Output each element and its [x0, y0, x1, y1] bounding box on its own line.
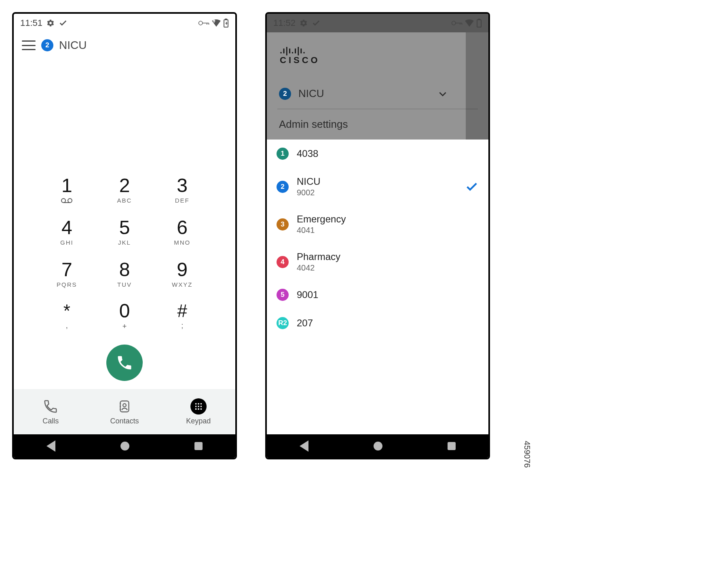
- voicemail-icon: [61, 198, 72, 203]
- line-item[interactable]: 2NICU9002: [267, 168, 488, 205]
- line-text: 9001: [297, 289, 318, 300]
- line-badge: 2: [279, 88, 291, 100]
- key-2[interactable]: 2 ABC: [100, 171, 150, 208]
- drawer-admin-settings[interactable]: Admin settings: [277, 109, 478, 140]
- keypad: 1 2 ABC 3 DEF 4 GHI 5 JKL 6: [14, 171, 235, 334]
- line-badge: R2: [277, 317, 289, 329]
- tab-contacts[interactable]: Contacts: [88, 389, 162, 434]
- cisco-logo-bars: .ı|ı.ı|ı.: [280, 46, 478, 55]
- chevron-down-icon: [437, 89, 448, 99]
- line-badge: 2: [277, 181, 289, 193]
- key-7[interactable]: 7 PQRS: [42, 256, 92, 292]
- key-7-letters: PQRS: [57, 281, 77, 288]
- svg-rect-18: [478, 19, 480, 20]
- vpn-key-icon: [198, 19, 209, 27]
- nav-back-icon[interactable]: [300, 440, 308, 452]
- wifi-icon: [212, 19, 221, 27]
- key-0-digit: 0: [119, 301, 130, 321]
- bottom-tab-bar: Calls Contacts Keypad: [14, 389, 235, 434]
- phone-icon: [116, 354, 133, 372]
- key-3[interactable]: 3 DEF: [157, 171, 207, 208]
- key-star[interactable]: * ,: [42, 298, 92, 334]
- line-badge: 3: [277, 218, 289, 231]
- line-extension: 4042: [297, 263, 340, 273]
- key-1[interactable]: 1: [42, 171, 92, 208]
- line-name: 207: [297, 317, 313, 329]
- svg-point-13: [195, 408, 196, 410]
- line-label: NICU: [59, 39, 87, 52]
- key-5-letters: JKL: [118, 239, 131, 246]
- key-6[interactable]: 6 MNO: [157, 214, 207, 250]
- key-star-sym: *: [63, 302, 70, 320]
- svg-point-9: [200, 403, 202, 404]
- svg-rect-17: [477, 20, 481, 27]
- line-item[interactable]: 4Pharmacy4042: [267, 243, 488, 281]
- key-9[interactable]: 9 WXYZ: [157, 256, 207, 292]
- key-3-letters: DEF: [175, 197, 190, 204]
- key-0[interactable]: 0 +: [100, 298, 150, 334]
- svg-point-15: [200, 408, 202, 410]
- line-text: NICU9002: [297, 176, 321, 197]
- line-item[interactable]: 3Emergency4041: [267, 205, 488, 243]
- key-6-digit: 6: [177, 218, 188, 237]
- call-button[interactable]: [106, 345, 143, 381]
- cisco-logo: .ı|ı.ı|ı. CISCO: [280, 46, 478, 65]
- nav-home-icon[interactable]: [120, 442, 129, 451]
- selected-check-icon: [465, 180, 479, 194]
- line-extension: 9002: [297, 188, 321, 197]
- phone-screen-line-selector: 11:52 .ı|ı.ı|ı. CIS: [265, 12, 490, 459]
- calls-icon: [43, 398, 58, 415]
- status-time: 11:51: [20, 18, 42, 28]
- tab-calls-label: Calls: [42, 417, 59, 425]
- key-4-digit: 4: [61, 218, 72, 237]
- line-text: Pharmacy4042: [297, 251, 340, 273]
- status-bar: 11:52: [267, 14, 488, 32]
- line-extension: 4041: [297, 226, 346, 235]
- key-8-digit: 8: [119, 260, 130, 279]
- android-nav-bar: [267, 434, 488, 458]
- svg-point-16: [452, 21, 456, 25]
- line-name: Emergency: [297, 214, 346, 225]
- line-name: 4038: [297, 148, 318, 159]
- key-8-letters: TUV: [117, 281, 132, 288]
- check-icon: [59, 19, 68, 27]
- line-item[interactable]: 59001: [267, 281, 488, 309]
- nav-recent-icon[interactable]: [448, 442, 456, 450]
- tab-calls[interactable]: Calls: [14, 389, 88, 434]
- key-star-sub: ,: [66, 321, 68, 330]
- android-nav-bar: [14, 434, 235, 458]
- drawer-dimmed-area[interactable]: 11:52 .ı|ı.ı|ı. CIS: [267, 14, 488, 140]
- admin-settings-label: Admin settings: [279, 118, 348, 131]
- key-4-letters: GHI: [60, 239, 74, 246]
- nav-recent-icon[interactable]: [194, 442, 203, 450]
- line-text: 4038: [297, 148, 318, 159]
- keypad-area: 1 2 ABC 3 DEF 4 GHI 5 JKL 6: [14, 56, 235, 389]
- key-5-digit: 5: [119, 218, 130, 237]
- svg-point-14: [198, 408, 199, 410]
- svg-point-10: [195, 406, 196, 407]
- svg-point-4: [68, 199, 72, 203]
- key-hash[interactable]: # ;: [157, 298, 207, 334]
- nav-back-icon[interactable]: [46, 440, 55, 452]
- svg-point-7: [195, 403, 196, 404]
- key-8[interactable]: 8 TUV: [100, 256, 150, 292]
- nav-home-icon[interactable]: [374, 442, 382, 451]
- drawer-current-line[interactable]: 2 NICU: [277, 78, 478, 109]
- line-text: 207: [297, 317, 313, 329]
- key-4[interactable]: 4 GHI: [42, 214, 92, 250]
- line-item[interactable]: R2207: [267, 309, 488, 337]
- tab-keypad[interactable]: Keypad: [161, 389, 235, 434]
- line-name: Pharmacy: [297, 251, 340, 262]
- tab-contacts-label: Contacts: [110, 417, 139, 425]
- keypad-icon: [190, 398, 207, 415]
- key-5[interactable]: 5 JKL: [100, 214, 150, 250]
- key-hash-sub: ;: [181, 321, 183, 330]
- status-time: 11:52: [273, 18, 296, 28]
- hamburger-menu-icon[interactable]: [22, 40, 36, 50]
- key-9-digit: 9: [177, 260, 188, 279]
- wifi-icon: [465, 19, 474, 27]
- line-item[interactable]: 14038: [267, 140, 488, 168]
- line-badge: 1: [277, 148, 289, 160]
- gear-icon: [300, 19, 308, 27]
- check-icon: [312, 19, 321, 27]
